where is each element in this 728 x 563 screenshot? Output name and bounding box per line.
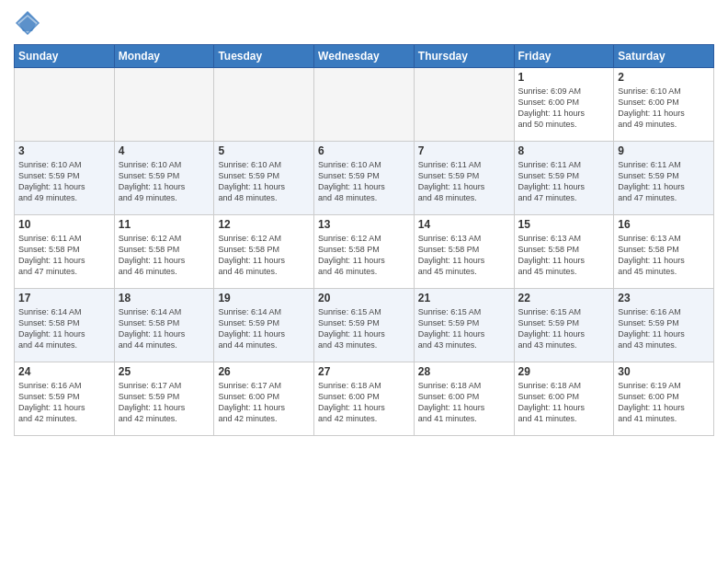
calendar-cell: 6Sunrise: 6:10 AM Sunset: 5:59 PM Daylig…	[314, 142, 415, 215]
calendar-cell: 30Sunrise: 6:19 AM Sunset: 6:00 PM Dayli…	[614, 362, 714, 436]
day-number: 27	[318, 365, 410, 378]
calendar-cell: 10Sunrise: 6:11 AM Sunset: 5:58 PM Dayli…	[15, 215, 115, 289]
day-number: 10	[18, 218, 110, 231]
day-number: 12	[218, 218, 310, 231]
calendar-cell: 19Sunrise: 6:14 AM Sunset: 5:59 PM Dayli…	[214, 289, 314, 362]
day-info: Sunrise: 6:12 AM Sunset: 5:58 PM Dayligh…	[318, 233, 410, 278]
day-number: 11	[119, 218, 210, 231]
day-number: 7	[418, 144, 510, 157]
day-number: 28	[418, 365, 510, 378]
day-info: Sunrise: 6:10 AM Sunset: 5:59 PM Dayligh…	[119, 159, 210, 204]
day-number: 30	[618, 365, 710, 378]
weekday-header-wednesday: Wednesday	[314, 45, 415, 68]
page: SundayMondayTuesdayWednesdayThursdayFrid…	[0, 0, 728, 563]
calendar-cell: 20Sunrise: 6:15 AM Sunset: 5:59 PM Dayli…	[314, 289, 415, 362]
calendar-cell: 18Sunrise: 6:14 AM Sunset: 5:58 PM Dayli…	[114, 289, 214, 362]
week-row-4: 17Sunrise: 6:14 AM Sunset: 5:58 PM Dayli…	[15, 289, 714, 362]
calendar-cell	[314, 68, 415, 142]
day-info: Sunrise: 6:12 AM Sunset: 5:58 PM Dayligh…	[119, 233, 210, 278]
weekday-header-friday: Friday	[514, 45, 614, 68]
calendar-cell: 27Sunrise: 6:18 AM Sunset: 6:00 PM Dayli…	[314, 362, 415, 436]
day-info: Sunrise: 6:19 AM Sunset: 6:00 PM Dayligh…	[618, 380, 710, 425]
day-info: Sunrise: 6:11 AM Sunset: 5:58 PM Dayligh…	[18, 233, 110, 278]
calendar-cell: 8Sunrise: 6:11 AM Sunset: 5:59 PM Daylig…	[514, 142, 614, 215]
day-info: Sunrise: 6:15 AM Sunset: 5:59 PM Dayligh…	[318, 306, 410, 351]
day-info: Sunrise: 6:15 AM Sunset: 5:59 PM Dayligh…	[418, 306, 510, 351]
calendar-cell: 11Sunrise: 6:12 AM Sunset: 5:58 PM Dayli…	[114, 215, 214, 289]
calendar-cell: 28Sunrise: 6:18 AM Sunset: 6:00 PM Dayli…	[414, 362, 514, 436]
weekday-row: SundayMondayTuesdayWednesdayThursdayFrid…	[15, 45, 714, 68]
calendar-cell: 15Sunrise: 6:13 AM Sunset: 5:58 PM Dayli…	[514, 215, 614, 289]
day-info: Sunrise: 6:11 AM Sunset: 5:59 PM Dayligh…	[618, 159, 710, 204]
weekday-header-tuesday: Tuesday	[214, 45, 314, 68]
day-info: Sunrise: 6:16 AM Sunset: 5:59 PM Dayligh…	[618, 306, 710, 351]
day-number: 14	[418, 218, 510, 231]
day-info: Sunrise: 6:18 AM Sunset: 6:00 PM Dayligh…	[318, 380, 410, 425]
day-info: Sunrise: 6:18 AM Sunset: 6:00 PM Dayligh…	[518, 380, 610, 425]
calendar-cell: 13Sunrise: 6:12 AM Sunset: 5:58 PM Dayli…	[314, 215, 415, 289]
day-number: 26	[218, 365, 310, 378]
day-number: 4	[119, 144, 210, 157]
day-info: Sunrise: 6:11 AM Sunset: 5:59 PM Dayligh…	[518, 159, 610, 204]
day-number: 22	[518, 292, 610, 304]
day-number: 20	[318, 292, 410, 304]
day-number: 8	[518, 144, 610, 157]
day-info: Sunrise: 6:13 AM Sunset: 5:58 PM Dayligh…	[418, 233, 510, 278]
calendar-cell: 2Sunrise: 6:10 AM Sunset: 6:00 PM Daylig…	[614, 68, 714, 142]
day-info: Sunrise: 6:12 AM Sunset: 5:58 PM Dayligh…	[218, 233, 310, 278]
day-info: Sunrise: 6:09 AM Sunset: 6:00 PM Dayligh…	[518, 86, 610, 131]
week-row-5: 24Sunrise: 6:16 AM Sunset: 5:59 PM Dayli…	[15, 362, 714, 436]
calendar-cell: 17Sunrise: 6:14 AM Sunset: 5:58 PM Dayli…	[15, 289, 115, 362]
logo-icon	[14, 9, 41, 37]
calendar-cell	[15, 68, 115, 142]
day-number: 3	[18, 144, 110, 157]
day-number: 21	[418, 292, 510, 304]
logo	[14, 9, 45, 37]
day-info: Sunrise: 6:10 AM Sunset: 5:59 PM Dayligh…	[318, 159, 410, 204]
calendar-cell: 5Sunrise: 6:10 AM Sunset: 5:59 PM Daylig…	[214, 142, 314, 215]
calendar: SundayMondayTuesdayWednesdayThursdayFrid…	[14, 44, 714, 436]
calendar-cell: 24Sunrise: 6:16 AM Sunset: 5:59 PM Dayli…	[15, 362, 115, 436]
day-info: Sunrise: 6:15 AM Sunset: 5:59 PM Dayligh…	[518, 306, 610, 351]
day-info: Sunrise: 6:11 AM Sunset: 5:59 PM Dayligh…	[418, 159, 510, 204]
calendar-cell: 16Sunrise: 6:13 AM Sunset: 5:58 PM Dayli…	[614, 215, 714, 289]
day-number: 17	[18, 292, 110, 304]
day-number: 1	[518, 71, 610, 84]
weekday-header-monday: Monday	[114, 45, 214, 68]
calendar-cell: 22Sunrise: 6:15 AM Sunset: 5:59 PM Dayli…	[514, 289, 614, 362]
day-number: 25	[119, 365, 210, 378]
day-info: Sunrise: 6:10 AM Sunset: 6:00 PM Dayligh…	[618, 86, 710, 131]
day-number: 18	[119, 292, 210, 304]
day-number: 5	[218, 144, 310, 157]
calendar-cell: 1Sunrise: 6:09 AM Sunset: 6:00 PM Daylig…	[514, 68, 614, 142]
day-info: Sunrise: 6:16 AM Sunset: 5:59 PM Dayligh…	[18, 380, 110, 425]
calendar-cell: 14Sunrise: 6:13 AM Sunset: 5:58 PM Dayli…	[414, 215, 514, 289]
day-number: 9	[618, 144, 710, 157]
day-number: 6	[318, 144, 410, 157]
day-number: 15	[518, 218, 610, 231]
calendar-cell: 26Sunrise: 6:17 AM Sunset: 6:00 PM Dayli…	[214, 362, 314, 436]
calendar-cell: 3Sunrise: 6:10 AM Sunset: 5:59 PM Daylig…	[15, 142, 115, 215]
calendar-cell: 25Sunrise: 6:17 AM Sunset: 5:59 PM Dayli…	[114, 362, 214, 436]
day-number: 16	[618, 218, 710, 231]
day-info: Sunrise: 6:17 AM Sunset: 6:00 PM Dayligh…	[218, 380, 310, 425]
weekday-header-sunday: Sunday	[15, 45, 115, 68]
calendar-cell	[214, 68, 314, 142]
day-info: Sunrise: 6:10 AM Sunset: 5:59 PM Dayligh…	[18, 159, 110, 204]
calendar-cell: 21Sunrise: 6:15 AM Sunset: 5:59 PM Dayli…	[414, 289, 514, 362]
day-info: Sunrise: 6:10 AM Sunset: 5:59 PM Dayligh…	[218, 159, 310, 204]
day-number: 13	[318, 218, 410, 231]
day-info: Sunrise: 6:13 AM Sunset: 5:58 PM Dayligh…	[618, 233, 710, 278]
calendar-cell: 23Sunrise: 6:16 AM Sunset: 5:59 PM Dayli…	[614, 289, 714, 362]
day-number: 24	[18, 365, 110, 378]
day-info: Sunrise: 6:14 AM Sunset: 5:58 PM Dayligh…	[18, 306, 110, 351]
day-number: 19	[218, 292, 310, 304]
header	[14, 9, 714, 37]
calendar-cell: 12Sunrise: 6:12 AM Sunset: 5:58 PM Dayli…	[214, 215, 314, 289]
calendar-cell	[414, 68, 514, 142]
day-number: 29	[518, 365, 610, 378]
calendar-header: SundayMondayTuesdayWednesdayThursdayFrid…	[15, 45, 714, 68]
day-info: Sunrise: 6:17 AM Sunset: 5:59 PM Dayligh…	[119, 380, 210, 425]
calendar-cell: 4Sunrise: 6:10 AM Sunset: 5:59 PM Daylig…	[114, 142, 214, 215]
day-number: 2	[618, 71, 710, 84]
